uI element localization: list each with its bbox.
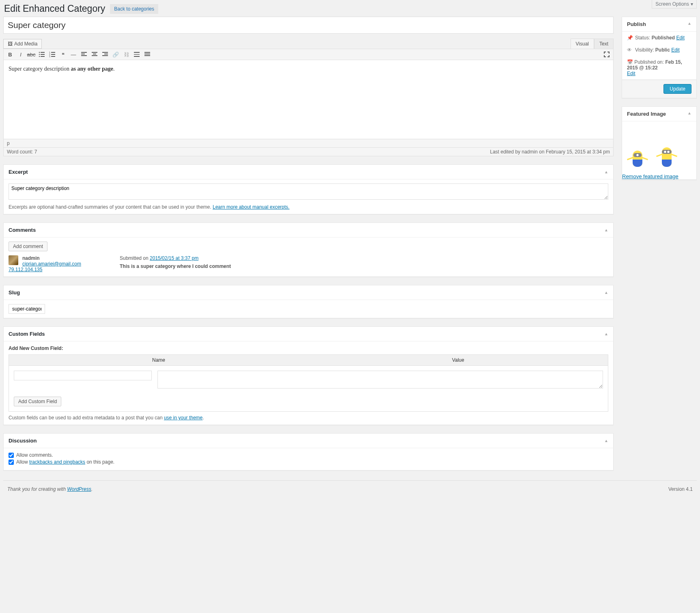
align-center-icon[interactable] [90, 50, 99, 58]
screen-options-tab[interactable]: Screen Options ▾ [652, 0, 697, 9]
ul-icon[interactable] [38, 50, 46, 58]
svg-rect-5 [41, 56, 45, 57]
media-icon: 🖼 [8, 41, 13, 47]
wordpress-link[interactable]: WordPress [67, 486, 91, 492]
comment-author-ip[interactable]: 79.112.104.135 [9, 267, 42, 272]
editor-text-suffix: . [113, 66, 115, 72]
allow-pingbacks-label[interactable]: Allow trackbacks and pingbacks on this p… [9, 459, 608, 465]
update-button[interactable]: Update [663, 84, 691, 94]
collapse-icon: ▲ [687, 21, 691, 27]
cf-value-header: Value [308, 355, 608, 365]
svg-rect-11 [51, 56, 55, 57]
svg-rect-19 [104, 54, 108, 54]
cf-name-header: Name [9, 355, 308, 365]
remove-featured-image-link[interactable]: Remove featured image [622, 173, 678, 179]
hr-icon[interactable]: — [69, 50, 78, 58]
tab-visual[interactable]: Visual [571, 39, 594, 49]
footer-thanks-prefix: Thank you for creating with [7, 486, 67, 492]
align-right-icon[interactable] [101, 50, 109, 58]
featured-image-thumbnail[interactable] [622, 121, 696, 169]
publish-heading[interactable]: Publish ▲ [622, 17, 696, 32]
quote-icon[interactable]: ❝ [59, 50, 67, 58]
svg-rect-13 [81, 54, 85, 54]
trackbacks-link[interactable]: trackbacks and pingbacks [29, 459, 85, 465]
comments-heading[interactable]: Comments ▲ [4, 223, 613, 237]
visibility-value: Public [655, 47, 670, 53]
svg-point-0 [39, 52, 40, 53]
svg-rect-3 [41, 54, 45, 55]
allow-comments-checkbox[interactable] [9, 453, 14, 458]
editor-toolbar: B I abc 123 ❝ — 🔗 ⛓ [3, 49, 614, 60]
svg-rect-9 [51, 54, 55, 55]
add-comment-button[interactable]: Add comment [9, 242, 47, 251]
visibility-icon: 👁 [627, 47, 633, 53]
slug-heading[interactable]: Slug ▲ [4, 285, 613, 300]
bold-icon[interactable]: B [6, 50, 14, 58]
svg-rect-22 [134, 54, 140, 55]
more-icon[interactable] [133, 50, 141, 58]
edit-visibility-link[interactable]: Edit [671, 47, 680, 53]
add-media-button[interactable]: 🖼 Add Media [3, 39, 42, 49]
svg-text:3: 3 [49, 55, 50, 58]
excerpt-postbox: Excerpt ▲ Super category description Exc… [3, 164, 614, 214]
comment-date-link[interactable]: 2015/02/15 at 3:37 pm [150, 255, 198, 261]
comments-postbox: Comments ▲ Add comment nadmin ciprian.am… [3, 222, 614, 277]
svg-rect-14 [81, 55, 87, 56]
post-title-input[interactable] [3, 17, 614, 34]
svg-rect-24 [144, 52, 150, 53]
chevron-down-icon: ▾ [691, 1, 693, 7]
collapse-icon: ▲ [604, 228, 608, 232]
toolbar-toggle-icon[interactable] [143, 50, 151, 58]
svg-rect-17 [92, 55, 97, 56]
custom-fields-heading[interactable]: Custom Fields ▲ [4, 327, 613, 341]
allow-pingbacks-checkbox[interactable] [9, 460, 14, 465]
ol-icon[interactable]: 123 [48, 50, 56, 58]
tab-text[interactable]: Text [594, 39, 614, 49]
page-title: Edit Enhanced Category [4, 3, 105, 14]
edit-status-link[interactable]: Edit [676, 35, 685, 41]
add-custom-field-button[interactable]: Add Custom Field [14, 397, 61, 406]
back-to-categories-button[interactable]: Back to categories [110, 4, 158, 14]
discussion-heading[interactable]: Discussion ▲ [4, 434, 613, 448]
cf-name-input[interactable] [14, 371, 152, 380]
strike-icon[interactable]: abc [27, 50, 35, 58]
svg-rect-15 [92, 52, 97, 53]
excerpt-textarea[interactable]: Super category description [9, 183, 608, 200]
fullscreen-icon[interactable] [603, 50, 611, 58]
excerpt-heading[interactable]: Excerpt ▲ [4, 165, 613, 179]
featured-image-heading[interactable]: Featured Image ▲ [622, 107, 696, 121]
edit-date-link[interactable]: Edit [627, 71, 635, 76]
publish-postbox: Publish ▲ 📌 Status: Published Edit 👁 Vis… [622, 17, 697, 98]
collapse-icon: ▲ [604, 438, 608, 443]
content-editor[interactable]: Super category description as any other … [3, 60, 614, 139]
calendar-icon: 📅 [627, 59, 633, 65]
version-label: Version 4.1 [668, 486, 693, 492]
word-count-value: 7 [34, 149, 37, 155]
slug-input[interactable] [9, 304, 45, 314]
allow-comments-label[interactable]: Allow comments. [9, 452, 608, 458]
collapse-icon: ▲ [604, 290, 608, 295]
cf-help-prefix: Custom fields can be used to add extra m… [9, 415, 164, 421]
discussion-postbox: Discussion ▲ Allow comments. Allow track… [3, 433, 614, 471]
align-left-icon[interactable] [80, 50, 88, 58]
comment-author-email[interactable]: ciprian.amariei@gmail.com [22, 261, 81, 267]
cf-value-textarea[interactable] [157, 371, 603, 389]
featured-image-postbox: Featured Image ▲ Remove feat [622, 106, 697, 180]
svg-rect-12 [81, 52, 87, 53]
status-value: Published [652, 35, 675, 41]
cf-help-link[interactable]: use in your theme [164, 415, 202, 421]
editor-text-bold: as any other page [71, 66, 113, 72]
link-icon[interactable]: 🔗 [112, 50, 120, 58]
comment-body-text: This is a super category where I could c… [120, 263, 231, 269]
add-new-cf-label: Add New Custom Field: [9, 345, 608, 351]
cf-help-suffix: . [202, 415, 204, 421]
element-path: p [3, 139, 614, 148]
add-media-label: Add Media [14, 41, 37, 47]
unlink-icon[interactable]: ⛓ [122, 50, 130, 58]
last-edited: Last edited by nadmin on February 15, 20… [490, 149, 610, 155]
excerpt-help: Excerpts are optional hand-crafted summa… [9, 204, 211, 210]
svg-rect-1 [41, 52, 45, 53]
italic-icon[interactable]: I [17, 50, 25, 58]
excerpt-help-link[interactable]: Learn more about manual excerpts. [213, 204, 289, 210]
svg-rect-23 [134, 56, 140, 57]
